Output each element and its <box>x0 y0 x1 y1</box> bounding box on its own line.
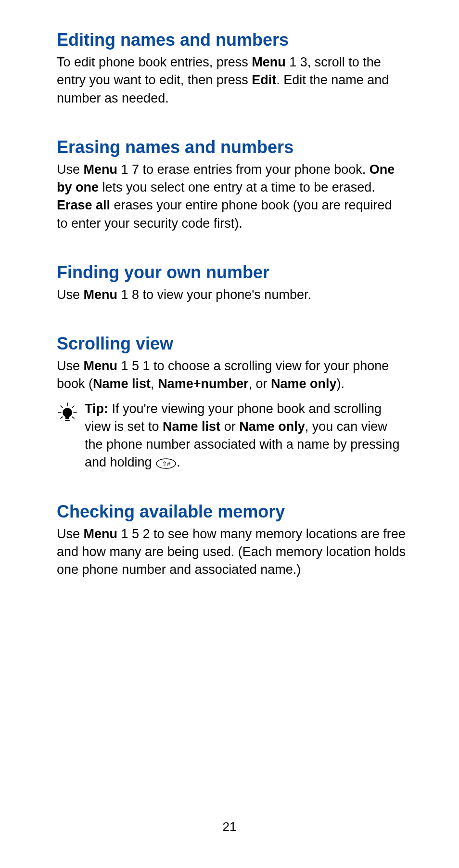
svg-rect-8 <box>65 416 69 419</box>
heading-scrolling: Scrolling view <box>57 333 406 354</box>
paragraph-finding: Use Menu 1 8 to view your phone's number… <box>57 286 406 304</box>
section-scrolling: Scrolling view Use Menu 1 5 1 to choose … <box>57 333 406 472</box>
paragraph-scrolling: Use Menu 1 5 1 to choose a scrolling vie… <box>57 357 406 393</box>
svg-line-6 <box>72 417 74 418</box>
svg-line-5 <box>61 417 63 418</box>
tip-block: Tip: If you're viewing your phone book a… <box>57 400 406 472</box>
heading-editing: Editing names and numbers <box>57 29 406 51</box>
section-editing: Editing names and numbers To edit phone … <box>57 29 406 107</box>
paragraph-memory: Use Menu 1 5 2 to see how many memory lo… <box>57 525 406 579</box>
heading-erasing: Erasing names and numbers <box>57 136 406 158</box>
section-finding: Finding your own number Use Menu 1 8 to … <box>57 261 406 304</box>
heading-memory: Checking available memory <box>57 501 406 522</box>
svg-point-7 <box>63 408 72 417</box>
document-page: Editing names and numbers To edit phone … <box>0 0 459 579</box>
paragraph-erasing: Use Menu 1 7 to erase entries from your … <box>57 161 406 233</box>
paragraph-editing: To edit phone book entries, press Menu 1… <box>57 53 406 107</box>
tip-text: Tip: If you're viewing your phone book a… <box>85 400 406 472</box>
svg-text:#: # <box>167 460 171 467</box>
section-erasing: Erasing names and numbers Use Menu 1 7 t… <box>57 136 406 233</box>
svg-line-1 <box>61 406 63 408</box>
page-number: 21 <box>0 819 459 834</box>
lightbulb-tip-icon <box>57 402 78 423</box>
heading-finding: Finding your own number <box>57 261 406 283</box>
section-memory: Checking available memory Use Menu 1 5 2… <box>57 501 406 579</box>
hash-key-icon: ⇧# <box>155 456 177 468</box>
svg-text:⇧: ⇧ <box>162 460 167 467</box>
svg-line-2 <box>72 406 74 408</box>
